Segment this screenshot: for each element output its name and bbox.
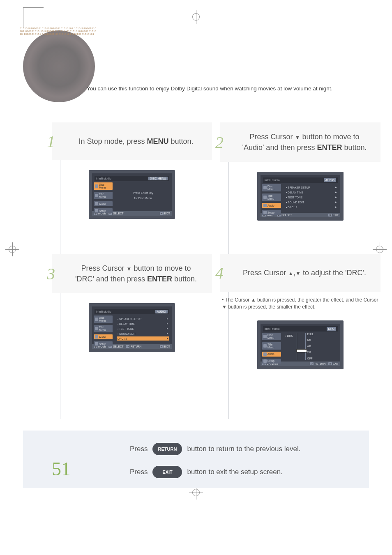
step-1-instruction: In Stop mode, press MENU button. <box>71 136 201 147</box>
enter-button-label: ENTER <box>317 143 342 152</box>
drc-scale-label: 6/8 <box>307 339 314 341</box>
step-4-line1: Press Cursor <box>243 269 286 277</box>
step-number: 1 <box>47 132 55 151</box>
osd-step-3: intelli studio AUDIO Disc Menu Title Men… <box>89 303 175 352</box>
osd-side-item: Setup <box>262 210 281 215</box>
step-number: 3 <box>47 264 55 283</box>
osd-brand: intelli studio <box>96 177 111 180</box>
return-button-pill[interactable]: RETURN <box>152 443 182 455</box>
osd-foot-select: SELECT <box>113 345 123 348</box>
speaker-ring-text: 0101010101010101010101010101010101 10101… <box>20 27 98 105</box>
cursor-up-icon: ▲ <box>288 270 293 278</box>
menu-button-label: MENU <box>147 137 169 145</box>
step-2-line1: Press Cursor <box>249 133 293 141</box>
osd-foot-select: SELECT <box>281 214 292 216</box>
step-1: 1 In Stop mode, press MENU button. intel… <box>52 122 212 219</box>
osd-foot-return: RETURN <box>130 345 141 348</box>
osd-foot-return: RETURN <box>314 362 325 365</box>
footer-press-label: Press <box>130 468 148 476</box>
osd-tab: DRC <box>327 327 336 331</box>
osd-drc-label: DRC <box>287 334 293 337</box>
step-2-instruction: Press Cursor ▼ button to move to 'Audio'… <box>240 131 369 153</box>
step-number: 4 <box>215 263 224 283</box>
step-number: 2 <box>215 133 224 152</box>
step-3-instruction: Press Cursor ▼ button to move to 'DRC' a… <box>71 263 201 284</box>
osd-step-4: intelli studio DRC Disc Menu Title Menu … <box>257 320 344 369</box>
osd-tab: DISC MENU <box>148 177 168 180</box>
osd-tab: AUDIO <box>155 310 168 313</box>
osd-side-item: Setup <box>262 359 281 364</box>
footer-return-text: button to return to the previous level. <box>187 445 300 453</box>
step-4-bullet: The Cursor ▲ button is pressed, the grea… <box>222 297 379 311</box>
osd-foot-select: SELECT <box>113 212 123 215</box>
osd-step-2: intelli studio AUDIO Disc Menu Title Men… <box>257 172 344 221</box>
osd-side-item: Disc Menu <box>262 184 281 191</box>
osd-foot-exit: EXIT <box>164 345 170 348</box>
osd-side-item: Title Menu <box>94 325 113 332</box>
footer-press-label: Press <box>130 445 148 453</box>
osd-foot-exit: EXIT <box>333 214 339 216</box>
osd-message: for Disc Menu <box>117 196 169 200</box>
osd-side-item: Audio <box>94 201 113 206</box>
step-2: 2 Press Cursor ▼ button to move to 'Audi… <box>220 122 380 221</box>
drc-scale-bar <box>297 333 306 360</box>
osd-side-item: Setup <box>94 208 113 213</box>
step-3-line1: Press Cursor <box>81 264 124 272</box>
step-4-line2: to adjust the 'DRC'. <box>303 269 366 277</box>
registration-mark-icon <box>192 489 200 496</box>
osd-side-item: Disc Menu <box>94 315 113 323</box>
footer-exit-text: button to exit the setup screen. <box>187 468 282 476</box>
exit-button-pill[interactable]: EXIT <box>152 466 182 478</box>
osd-message: Press Enter key <box>117 191 169 195</box>
page-number: 51 <box>52 458 71 480</box>
cursor-down-icon: ▼ <box>295 134 300 142</box>
registration-mark-icon <box>192 13 200 21</box>
footer-band: Press RETURN button to return to the pre… <box>23 431 369 488</box>
osd-side-item: Disc Menu <box>262 333 281 340</box>
osd-side-item: Audio <box>262 203 281 208</box>
osd-side-item: Title Menu <box>262 342 281 350</box>
osd-side-item: Title Menu <box>94 192 113 199</box>
osd-side-item: Audio <box>94 334 113 339</box>
step-3-line3: button. <box>174 275 197 283</box>
enter-button-label: ENTER <box>147 275 172 283</box>
osd-side-item: Audio <box>262 352 281 357</box>
osd-side-item: Disc Menu <box>94 182 113 190</box>
drc-scale-label: FULL <box>307 333 314 336</box>
registration-mark-icon <box>9 246 16 253</box>
drc-slider-icon <box>296 349 307 352</box>
osd-side-item: Title Menu <box>262 193 281 201</box>
step-4: 4 Press Cursor ▲,▼ to adjust the 'DRC'. … <box>220 254 380 369</box>
step-3: 3 Press Cursor ▼ button to move to 'DRC'… <box>52 254 212 352</box>
osd-step-1: intelli studio DISC MENU Disc Menu Title… <box>89 170 175 219</box>
osd-side-item: Setup <box>94 341 113 346</box>
drc-scale-label: 4/8 <box>307 345 314 348</box>
drc-scale-label: 2/8 <box>307 351 314 354</box>
step-2-line3: button. <box>344 143 367 152</box>
intro-text: You can use this function to enjoy Dolby… <box>87 85 341 93</box>
osd-tab: AUDIO <box>324 178 336 182</box>
step-4-instruction: Press Cursor ▲,▼ to adjust the 'DRC'. <box>240 267 369 278</box>
osd-brand: intelli studio <box>96 310 111 313</box>
osd-foot-exit: EXIT <box>333 362 339 365</box>
osd-brand: intelli studio <box>265 327 280 330</box>
drc-scale-label: OFF <box>307 357 314 360</box>
cursor-down-icon: ▼ <box>127 265 132 273</box>
osd-foot-exit: EXIT <box>164 212 170 215</box>
step-1-line2: button. <box>171 137 194 145</box>
step-1-line1: In Stop mode, press <box>78 137 145 145</box>
cursor-down-icon: ▼ <box>295 270 301 278</box>
osd-brand: intelli studio <box>265 179 280 182</box>
